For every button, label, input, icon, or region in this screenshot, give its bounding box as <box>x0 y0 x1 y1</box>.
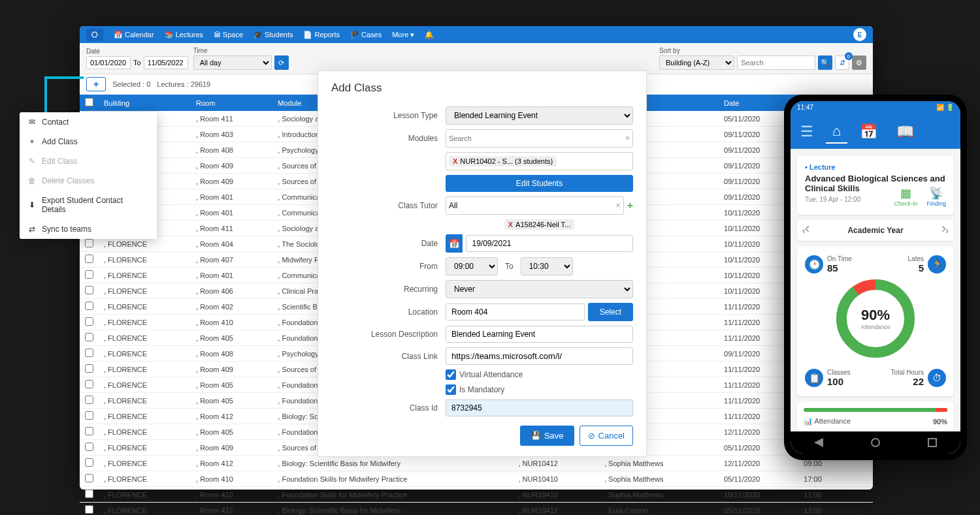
tutor-chip[interactable]: XA158246-Neil T... <box>504 219 575 230</box>
svg-point-4 <box>872 439 879 446</box>
module-chip[interactable]: XNUR10402 - S... (3 students) <box>449 156 557 166</box>
lesson-type-select[interactable]: Blended Learning Event <box>446 106 633 125</box>
finding-button[interactable]: 📡Finding <box>926 186 946 207</box>
modules-search[interactable]: × <box>446 129 633 148</box>
table-cell: , Room 405 <box>191 424 272 440</box>
nav-reports[interactable]: 📄 Reports <box>298 31 345 39</box>
row-checkbox[interactable] <box>85 333 93 341</box>
table-row[interactable]: , FLORENCE, Room 410, Foundation Skills … <box>80 471 873 487</box>
row-checkbox[interactable] <box>85 396 93 404</box>
col-header[interactable]: Building <box>99 95 191 111</box>
nav-bell-icon[interactable]: 🔔 <box>419 31 439 39</box>
year-next-icon[interactable]: › <box>945 225 949 236</box>
tab-menu-icon[interactable]: ☰ <box>794 121 820 143</box>
svg-rect-5 <box>928 439 936 446</box>
clock-icon: 🕐 <box>805 255 823 273</box>
row-checkbox[interactable] <box>85 411 93 420</box>
ctx-icon: + <box>27 137 37 146</box>
row-checkbox[interactable] <box>85 443 93 451</box>
tutor-select[interactable]: All× <box>446 196 624 215</box>
row-checkbox[interactable] <box>85 349 93 357</box>
table-row[interactable]: , FLORENCE, Room 412, Biology: Scientifi… <box>80 456 873 471</box>
select-location-button[interactable]: Select <box>588 303 633 321</box>
edit-students-button[interactable]: Edit Students <box>446 175 633 192</box>
row-checkbox[interactable] <box>85 474 93 482</box>
select-all-checkbox[interactable] <box>85 98 93 106</box>
save-button[interactable]: 💾Save <box>520 426 574 446</box>
chart-next-icon[interactable]: › <box>941 220 946 237</box>
nav-cases[interactable]: 🏴 Cases <box>345 31 387 39</box>
ctx-icon: ⬇ <box>27 200 37 210</box>
nav-students[interactable]: 🎓 Students <box>248 31 298 39</box>
classid-input[interactable] <box>446 399 633 416</box>
app-logo[interactable]: ⎔ <box>86 29 103 41</box>
recent-icon[interactable] <box>928 438 937 447</box>
from-time-select[interactable]: 09:00 <box>446 257 498 275</box>
table-cell: , FLORENCE <box>99 424 191 440</box>
add-button[interactable]: + <box>86 77 106 91</box>
time-select[interactable]: All day <box>193 55 272 70</box>
date-input[interactable] <box>466 235 633 252</box>
table-cell: , Sophia Matthews <box>599 487 719 503</box>
refresh-button[interactable]: ⟳ <box>274 55 289 70</box>
filter-button[interactable]: ⇵ <box>835 55 849 70</box>
link-label: Class Link <box>331 352 446 361</box>
virtual-checkbox[interactable] <box>446 369 456 380</box>
location-input[interactable] <box>446 304 585 320</box>
nav-space[interactable]: 🏛 Space <box>208 31 248 39</box>
user-avatar[interactable]: E <box>853 28 866 41</box>
tab-teacher-icon[interactable]: 👤 <box>926 121 957 143</box>
calendar-icon[interactable]: 📅 <box>446 234 463 253</box>
search-button[interactable]: 🔍 <box>818 55 832 70</box>
chart-prev-icon[interactable]: ‹ <box>805 220 809 237</box>
row-checkbox[interactable] <box>85 317 93 326</box>
add-tutor-icon[interactable]: + <box>627 200 633 211</box>
tab-book-icon[interactable]: 📖 <box>890 121 921 143</box>
to-time-select[interactable]: 10:30 <box>521 257 573 275</box>
remove-tutor-icon[interactable]: X <box>508 221 513 228</box>
ctx-delete-classes: 🗑Delete Classes <box>20 171 157 191</box>
recurring-select[interactable]: Never <box>446 280 633 298</box>
row-checkbox[interactable] <box>85 270 93 279</box>
desc-input[interactable] <box>446 326 633 343</box>
cancel-button[interactable]: ⊘Cancel <box>580 426 633 446</box>
mandatory-checkbox[interactable] <box>446 384 456 395</box>
nav-calendar[interactable]: 📅 Calendar <box>108 31 159 39</box>
nav-more[interactable]: More ▾ <box>387 31 419 39</box>
tab-home-icon[interactable]: ⌂ <box>826 120 847 144</box>
row-checkbox[interactable] <box>85 490 93 498</box>
date-from-input[interactable] <box>86 56 131 69</box>
date-to-input[interactable] <box>144 56 188 69</box>
table-row[interactable]: , FLORENCE, Room 410, Foundation Skills … <box>80 487 873 503</box>
sort-select[interactable]: Building (A-Z) <box>659 55 734 70</box>
row-checkbox[interactable] <box>85 505 93 514</box>
ctx-export-student-contact-details[interactable]: ⬇Export Student Contact Details <box>20 191 157 219</box>
row-checkbox[interactable] <box>85 302 93 310</box>
checkin-button[interactable]: ▦Check-In <box>894 186 917 207</box>
context-menu: ✉Contact+Add Class✎Edit Class🗑Delete Cla… <box>20 112 157 239</box>
home-icon[interactable] <box>871 438 880 447</box>
remove-chip-icon[interactable]: X <box>453 157 457 165</box>
row-checkbox[interactable] <box>85 286 93 294</box>
col-header[interactable]: Room <box>191 95 272 111</box>
search-input[interactable] <box>737 55 815 70</box>
ctx-contact[interactable]: ✉Contact <box>20 112 157 132</box>
tab-calendar-icon[interactable]: 📅 <box>853 121 884 143</box>
col-header[interactable] <box>80 95 99 111</box>
modal-title: Add Class <box>331 82 633 95</box>
link-input[interactable] <box>446 347 633 365</box>
back-icon[interactable] <box>814 438 823 447</box>
row-checkbox[interactable] <box>85 239 93 247</box>
row-checkbox[interactable] <box>85 380 93 388</box>
settings-button[interactable]: ⚙ <box>852 55 866 70</box>
ctx-add-class[interactable]: +Add Class <box>20 132 157 151</box>
top-navbar: ⎔ 📅 Calendar 📚 Lectures 🏛 Space 🎓 Studen… <box>80 26 873 43</box>
table-row[interactable]: , FLORENCE, Room 412, Biology: Scientifi… <box>80 503 873 516</box>
row-checkbox[interactable] <box>85 458 93 467</box>
nav-lectures[interactable]: 📚 Lectures <box>159 31 208 39</box>
cancel-icon: ⊘ <box>588 431 595 441</box>
row-checkbox[interactable] <box>85 255 93 263</box>
row-checkbox[interactable] <box>85 364 93 373</box>
row-checkbox[interactable] <box>85 427 93 435</box>
ctx-sync-to-teams[interactable]: ⇄Sync to teams <box>20 219 157 239</box>
